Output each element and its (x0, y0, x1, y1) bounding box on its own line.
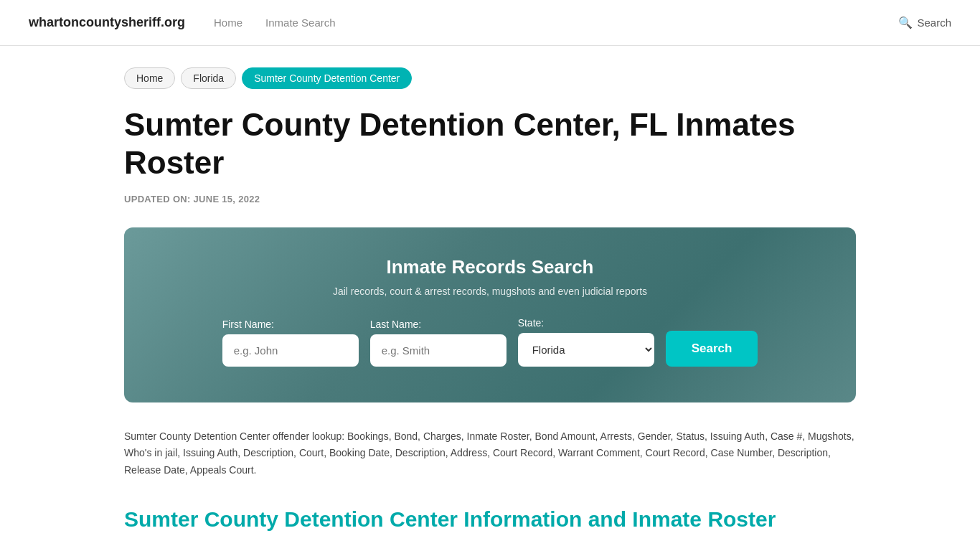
search-icon: 🔍 (898, 16, 913, 29)
search-button[interactable]: Search (666, 331, 758, 367)
breadcrumb: Home Florida Sumter County Detention Cen… (124, 67, 856, 89)
breadcrumb-current[interactable]: Sumter County Detention Center (242, 67, 412, 89)
search-box-title: Inmate Records Search (182, 256, 798, 278)
nav-link-inmate-search[interactable]: Inmate Search (265, 17, 336, 29)
page-content: Home Florida Sumter County Detention Cen… (95, 46, 885, 551)
description-text: Sumter County Detention Center offender … (124, 428, 856, 479)
first-name-group: First Name: (222, 319, 359, 367)
nav-link-home[interactable]: Home (214, 17, 242, 29)
last-name-input[interactable] (370, 334, 507, 367)
state-label: State: (518, 317, 654, 329)
state-group: State: AlabamaAlaskaArizonaArkansasCalif… (518, 317, 654, 367)
search-box-subtitle: Jail records, court & arrest records, mu… (182, 286, 798, 297)
navbar-search[interactable]: 🔍 Search (898, 16, 951, 29)
navbar-search-label: Search (917, 17, 951, 29)
state-select[interactable]: AlabamaAlaskaArizonaArkansasCaliforniaCo… (518, 333, 654, 367)
breadcrumb-florida[interactable]: Florida (181, 67, 236, 89)
first-name-input[interactable] (222, 334, 359, 367)
breadcrumb-home[interactable]: Home (124, 67, 175, 89)
section-title: Sumter County Detention Center Informati… (124, 505, 856, 533)
last-name-label: Last Name: (370, 319, 507, 330)
updated-on: UPDATED ON: JUNE 15, 2022 (124, 194, 856, 204)
search-box: Inmate Records Search Jail records, cour… (124, 227, 856, 402)
last-name-group: Last Name: (370, 319, 507, 367)
page-title: Sumter County Detention Center, FL Inmat… (124, 106, 856, 182)
navbar-nav: Home Inmate Search (214, 17, 870, 29)
first-name-label: First Name: (222, 319, 359, 330)
navbar-brand[interactable]: whartoncountysheriff.org (29, 15, 185, 30)
navbar: whartoncountysheriff.org Home Inmate Sea… (0, 0, 980, 46)
search-form: First Name: Last Name: State: AlabamaAla… (182, 317, 798, 367)
